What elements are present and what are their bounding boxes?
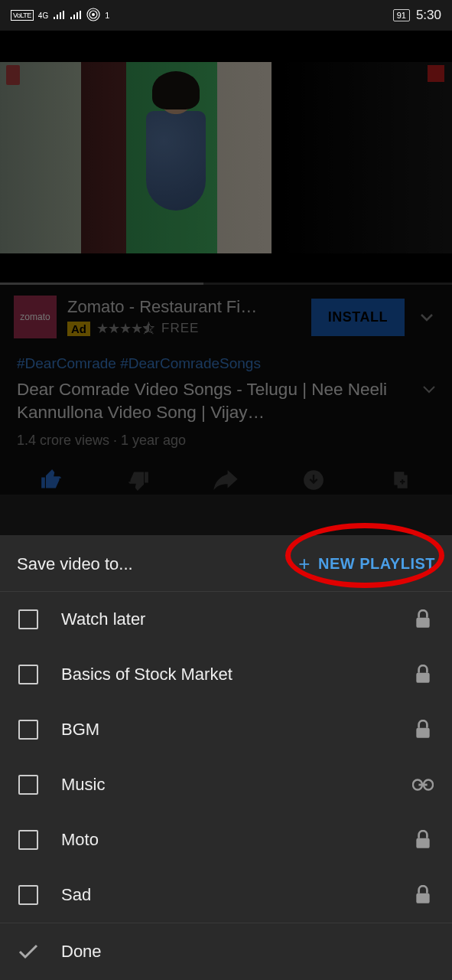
share-button[interactable] — [212, 469, 239, 492]
download-button[interactable] — [300, 469, 327, 492]
svg-rect-5 — [416, 673, 429, 683]
plus-icon: + — [298, 552, 311, 576]
ad-banner[interactable]: zomato Zomato - Restaurant Fi… Ad ★★★★⯪ … — [0, 285, 452, 349]
ad-logo: zomato — [14, 296, 57, 338]
new-playlist-button[interactable]: + NEW PLAYLIST — [298, 552, 435, 576]
playlist-row[interactable]: Basics of Stock Market — [0, 647, 452, 702]
checkbox[interactable] — [18, 775, 38, 795]
lock-icon — [412, 664, 434, 685]
playlist-label: Watch later — [61, 609, 389, 629]
link-icon — [412, 774, 434, 795]
playlist-label: Music — [61, 775, 389, 795]
signal-icon-2 — [70, 9, 82, 22]
save-button[interactable] — [387, 469, 415, 492]
svg-rect-9 — [418, 784, 427, 786]
playlist-label: BGM — [61, 720, 389, 740]
volte-badge: VoLTE — [11, 10, 34, 21]
lock-icon — [412, 719, 434, 740]
svg-rect-11 — [416, 893, 429, 903]
svg-rect-10 — [416, 838, 429, 848]
lock-icon — [412, 609, 434, 630]
svg-rect-6 — [416, 728, 429, 738]
checkbox[interactable] — [18, 720, 38, 740]
playlist-row[interactable]: Sad — [0, 867, 452, 923]
check-icon — [18, 942, 38, 962]
playlist-label: Sad — [61, 885, 389, 905]
channel-watermark-left — [6, 65, 20, 85]
ad-badge: Ad — [67, 322, 90, 336]
sheet-title: Save video to... — [17, 554, 133, 574]
hotspot-icon — [86, 8, 100, 24]
svg-point-0 — [92, 13, 95, 16]
clock: 5:30 — [416, 8, 441, 23]
video-title: Dear Comrade Video Songs - Telugu | Nee … — [17, 378, 415, 425]
ad-price: FREE — [161, 321, 199, 336]
hotspot-count: 1 — [105, 11, 109, 20]
playlist-row[interactable]: Music — [0, 757, 452, 812]
install-button[interactable]: INSTALL — [311, 299, 405, 336]
checkbox[interactable] — [18, 665, 38, 684]
checkbox[interactable] — [18, 885, 38, 905]
dislike-button[interactable] — [125, 469, 152, 492]
done-button[interactable]: Done — [0, 923, 452, 980]
like-button[interactable] — [37, 469, 65, 492]
playlist-row[interactable]: Moto — [0, 812, 452, 867]
playlist-label: Moto — [61, 830, 389, 850]
done-label: Done — [61, 942, 102, 962]
status-bar: VoLTE 4G 1 91 5:30 — [0, 0, 452, 31]
video-stats: 1.4 crore views · 1 year ago — [17, 433, 435, 449]
playlist-row[interactable]: BGM — [0, 702, 452, 757]
checkbox[interactable] — [18, 830, 38, 850]
channel-watermark-right — [428, 65, 444, 82]
network-type: 4G — [38, 11, 48, 20]
svg-rect-4 — [416, 618, 429, 628]
lock-icon — [412, 884, 434, 906]
video-player[interactable] — [0, 31, 452, 285]
new-playlist-label: NEW PLAYLIST — [318, 555, 435, 573]
chevron-down-icon[interactable] — [415, 309, 438, 326]
signal-icon — [53, 9, 65, 22]
progress-bar[interactable] — [0, 283, 452, 285]
playlist-row[interactable]: Watch later — [0, 592, 452, 647]
save-to-playlist-sheet: Save video to... + NEW PLAYLIST Watch la… — [0, 535, 452, 980]
playlist-label: Basics of Stock Market — [61, 665, 389, 684]
ad-rating: ★★★★⯪ — [96, 320, 155, 337]
video-hashtags[interactable]: #DearComrade #DearComradeSongs — [17, 355, 435, 372]
lock-icon — [412, 829, 434, 851]
expand-description-icon[interactable] — [423, 378, 435, 397]
video-actions — [0, 458, 452, 495]
ad-title: Zomato - Restaurant Fi… — [67, 297, 301, 317]
checkbox[interactable] — [18, 609, 38, 629]
battery-level: 91 — [393, 9, 410, 21]
